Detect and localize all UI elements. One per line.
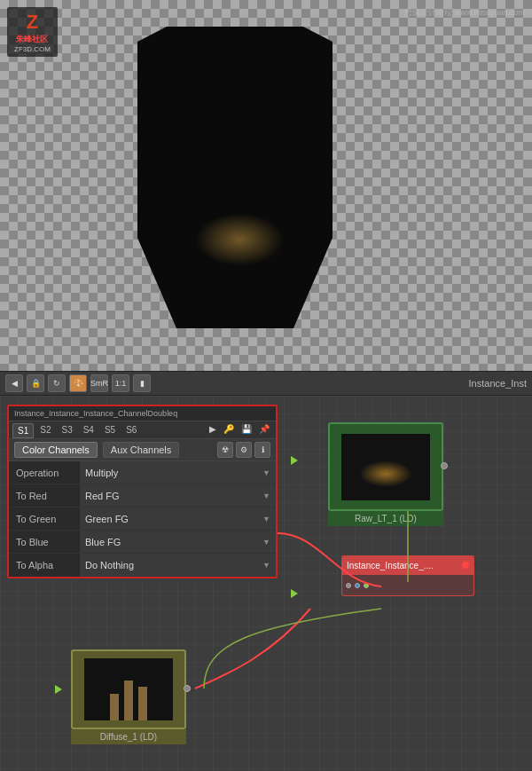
node-instance-error xyxy=(462,562,469,569)
channel-tab-row: Color Channels Aux Channels ☢ ⚙ ℹ xyxy=(9,439,276,461)
to-alpha-text: Do Nothing xyxy=(85,560,134,570)
operation-arrow: ▼ xyxy=(262,468,270,477)
node-raw[interactable]: Raw_LT_1 (LD) xyxy=(328,422,443,526)
radiation-icon-btn[interactable]: ☢ xyxy=(217,442,233,458)
node-raw-light xyxy=(359,460,412,487)
prop-operation-label: Operation xyxy=(9,468,80,478)
logo-line2: ZF3D.COM xyxy=(14,45,51,53)
node-instance-connector-2[interactable] xyxy=(355,583,360,588)
object-highlight xyxy=(195,213,284,266)
tab-s5[interactable]: S5 xyxy=(100,423,120,438)
prop-to-red-label: To Red xyxy=(9,491,80,501)
node-instance-bar: Instance_Instance_.... xyxy=(341,555,474,575)
info-icon-btn[interactable]: ℹ xyxy=(254,442,270,458)
logo: Z 朱峰社区 ZF3D.COM xyxy=(7,7,58,57)
watermark: 思缘设计论坛 www.missyuan.com xyxy=(404,7,525,19)
tab-icons: ▶ 🔑 💾 📌 xyxy=(207,423,272,438)
refresh-btn[interactable]: ↻ xyxy=(48,374,66,392)
props-header: Instance_Instance_Instance_ChannelDouble… xyxy=(9,406,276,421)
node-diffuse-inner xyxy=(84,658,173,720)
node-instance-label: Instance_Instance_.... xyxy=(347,561,434,570)
tab-s4[interactable]: S4 xyxy=(79,423,98,438)
node-instance[interactable]: Instance_Instance_.... xyxy=(341,555,474,596)
node-diffuse-connector-out[interactable] xyxy=(184,685,191,692)
smr-btn[interactable]: SmR xyxy=(90,374,108,392)
prop-to-red[interactable]: To Red Red FG ▼ xyxy=(9,484,276,507)
smr-label: SmR xyxy=(90,379,108,388)
prop-to-green[interactable]: To Green Green FG ▼ xyxy=(9,507,276,531)
to-green-text: Green FG xyxy=(85,514,129,524)
node-diffuse-label: Diffuse_1 (LD) xyxy=(71,729,186,744)
gear-icon-btn[interactable]: ⚙ xyxy=(236,442,252,458)
logo-line1: 朱峰社区 xyxy=(16,34,48,45)
node-diffuse-thumbnail xyxy=(71,649,186,729)
prop-to-alpha[interactable]: To Alpha Do Nothing ▼ xyxy=(9,554,276,577)
prop-to-blue-label: To Blue xyxy=(9,537,80,547)
3d-object xyxy=(137,27,332,328)
node-instance-connector-3[interactable] xyxy=(364,583,369,588)
node-raw-connector-out[interactable] xyxy=(441,462,448,469)
to-blue-arrow: ▼ xyxy=(262,538,270,547)
color-btn[interactable]: 🎨 xyxy=(69,374,87,392)
ratio-label: 1:1 xyxy=(115,379,127,388)
prop-operation-value[interactable]: Multiply ▼ xyxy=(80,461,276,484)
tab-arrow-icon[interactable]: ▶ xyxy=(207,423,219,438)
pillar-2 xyxy=(124,681,133,720)
node-raw-inner xyxy=(341,434,430,500)
prop-to-blue[interactable]: To Blue Blue FG ▼ xyxy=(9,531,276,554)
viewport: Z 朱峰社区 ZF3D.COM 思缘设计论坛 www.missyuan.com xyxy=(0,0,532,371)
prop-to-green-value[interactable]: Green FG ▼ xyxy=(80,507,276,530)
tab-s6[interactable]: S6 xyxy=(121,423,141,438)
logo-z: Z xyxy=(27,11,38,34)
toolbar: ◀ 🔒 ↻ 🎨 SmR 1:1 ▮ Instance_Inst xyxy=(0,371,532,396)
pillar-3 xyxy=(138,687,147,720)
pillar-1 xyxy=(110,694,119,720)
tab-key-icon[interactable]: 🔑 xyxy=(221,423,237,438)
to-alpha-arrow: ▼ xyxy=(262,561,270,570)
node-diffuse[interactable]: Diffuse_1 (LD) xyxy=(71,649,186,744)
to-green-arrow: ▼ xyxy=(262,515,270,523)
node-raw-label: Raw_LT_1 (LD) xyxy=(328,511,443,526)
node-instance-connector-1[interactable] xyxy=(346,583,351,588)
prop-operation[interactable]: Operation Multiply ▼ xyxy=(9,461,276,484)
nav-left-btn[interactable]: ◀ xyxy=(5,374,23,392)
tab-s2[interactable]: S2 xyxy=(35,423,55,438)
instance-label: Instance_Inst xyxy=(469,378,527,389)
prop-to-green-label: To Green xyxy=(9,514,80,524)
tab-s3[interactable]: S3 xyxy=(57,423,76,438)
node-instance-body xyxy=(341,575,474,596)
prop-to-blue-value[interactable]: Blue FG ▼ xyxy=(80,531,276,553)
node-editor: Instance_Instance_Instance_ChannelDouble… xyxy=(0,396,532,771)
prop-to-alpha-value[interactable]: Do Nothing ▼ xyxy=(80,554,276,577)
properties-panel: Instance_Instance_Instance_ChannelDouble… xyxy=(7,405,278,578)
to-blue-text: Blue FG xyxy=(85,537,121,547)
ratio-btn[interactable]: 1:1 xyxy=(112,374,129,392)
tab-color-channels[interactable]: Color Channels xyxy=(14,442,98,458)
operation-text: Multiply xyxy=(85,468,118,478)
node-diffuse-pillars xyxy=(110,681,147,720)
tab-bookmark-icon[interactable]: 📌 xyxy=(256,423,272,438)
tab-s1[interactable]: S1 xyxy=(12,423,34,438)
to-red-text: Red FG xyxy=(85,491,120,501)
prop-to-alpha-label: To Alpha xyxy=(9,560,80,570)
lock-btn[interactable]: 🔒 xyxy=(27,374,44,392)
tab-aux-channels[interactable]: Aux Channels xyxy=(103,442,180,458)
to-red-arrow: ▼ xyxy=(262,492,270,500)
s-tab-row: S1 S2 S3 S4 S5 S6 ▶ 🔑 💾 📌 xyxy=(9,421,276,439)
nav-icon[interactable]: ▮ xyxy=(133,374,151,392)
node-raw-thumbnail xyxy=(328,422,443,511)
tab-save-icon[interactable]: 💾 xyxy=(239,423,254,438)
prop-to-red-value[interactable]: Red FG ▼ xyxy=(80,484,276,507)
